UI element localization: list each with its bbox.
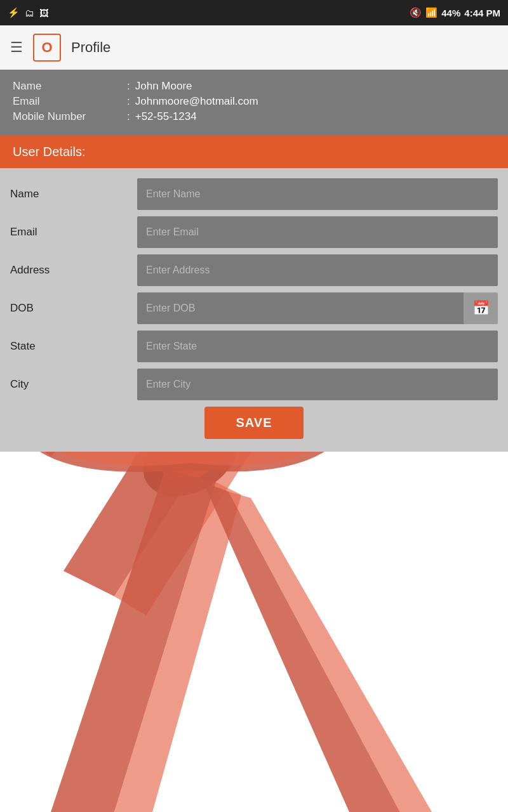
save-button[interactable]: SAVE <box>204 407 304 439</box>
form-dob-label: DOB <box>10 302 137 315</box>
signal-icon: 📶 <box>425 7 438 18</box>
user-details-label: User Details: <box>13 145 85 159</box>
dob-form-row: DOB 📅 <box>10 292 498 324</box>
mute-icon: 🔇 <box>410 7 422 18</box>
save-button-wrap: SAVE <box>10 407 498 439</box>
name-colon: : <box>127 80 130 93</box>
form-email-label: Email <box>10 226 137 239</box>
address-input[interactable] <box>137 254 498 286</box>
email-form-row: Email <box>10 216 498 248</box>
app-logo: O <box>33 34 61 62</box>
email-value: Johnmoore@hotmail.com <box>135 95 258 108</box>
page-title: Profile <box>71 39 110 56</box>
battery-text: 44% <box>441 8 460 18</box>
user-details-header: User Details: <box>0 136 508 168</box>
user-mobile-row: Mobile Number : +52-55-1234 <box>13 110 495 123</box>
mobile-value: +52-55-1234 <box>135 110 197 123</box>
name-value: John Moore <box>135 80 192 93</box>
user-email-row: Email : Johnmoore@hotmail.com <box>13 95 495 108</box>
bottom-area <box>0 452 508 705</box>
state-input[interactable] <box>137 331 498 362</box>
menu-icon[interactable]: ☰ <box>10 39 23 56</box>
mobile-colon: : <box>127 110 130 123</box>
state-form-row: State <box>10 331 498 362</box>
image-icon: 🖼 <box>39 8 49 18</box>
form-state-label: State <box>10 340 137 353</box>
sd-icon: 🗂 <box>25 8 34 18</box>
user-details-form: Name Email Address DOB 📅 State City SAVE <box>0 168 508 452</box>
calendar-button[interactable]: 📅 <box>464 292 498 324</box>
email-colon: : <box>127 95 130 108</box>
city-input[interactable] <box>137 369 498 400</box>
status-right: 🔇 📶 44% 4:44 PM <box>410 7 500 18</box>
usb-icon: ⚡ <box>8 7 20 18</box>
name-label: Name <box>13 80 127 93</box>
time-display: 4:44 PM <box>464 8 500 18</box>
email-input[interactable] <box>137 216 498 248</box>
dob-input-wrap: 📅 <box>137 292 498 324</box>
name-form-row: Name <box>10 178 498 210</box>
status-bar: ⚡ 🗂 🖼 🔇 📶 44% 4:44 PM <box>0 0 508 25</box>
mobile-label: Mobile Number <box>13 110 127 123</box>
toolbar: ☰ O Profile <box>0 25 508 70</box>
status-left-icons: ⚡ 🗂 🖼 <box>8 7 49 18</box>
address-form-row: Address <box>10 254 498 286</box>
user-info-section: Name : John Moore Email : Johnmoore@hotm… <box>0 70 508 136</box>
name-input[interactable] <box>137 178 498 210</box>
user-name-row: Name : John Moore <box>13 80 495 93</box>
city-form-row: City <box>10 369 498 400</box>
form-address-label: Address <box>10 264 137 277</box>
email-label: Email <box>13 95 127 108</box>
form-name-label: Name <box>10 188 137 200</box>
form-city-label: City <box>10 378 137 391</box>
dob-input[interactable] <box>137 292 464 324</box>
